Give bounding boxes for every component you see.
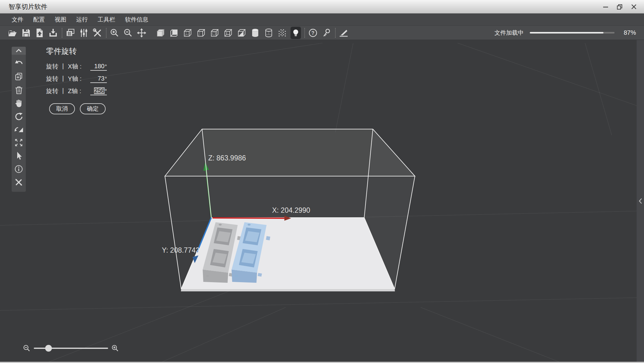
rotate-ccw-icon[interactable]: [13, 110, 25, 122]
confirm-button[interactable]: 确定: [80, 103, 106, 114]
degree-sign: °: [105, 76, 107, 82]
view-solid-icon[interactable]: [155, 27, 166, 39]
delete-icon[interactable]: [13, 84, 25, 96]
close-button[interactable]: [627, 0, 641, 14]
cylinder-solid-icon[interactable]: [250, 27, 260, 39]
zoom-slider-track[interactable]: [34, 348, 108, 349]
view-backface-icon[interactable]: [169, 27, 179, 39]
view-open-box-icon[interactable]: [223, 27, 233, 39]
menu-file[interactable]: 文件: [10, 14, 25, 25]
cancel-button[interactable]: 取消: [49, 103, 75, 114]
window-controls: [599, 0, 641, 14]
menu-view[interactable]: 视图: [53, 14, 68, 25]
light-toggle-icon[interactable]: [291, 27, 301, 39]
parameter-sliders-icon[interactable]: [79, 27, 89, 39]
progress-percent: 87%: [621, 29, 636, 36]
import-model-icon[interactable]: [34, 27, 45, 39]
tools-icon[interactable]: [92, 27, 103, 39]
main-toolbar: ? 文件加载中 87%: [0, 26, 644, 40]
zoom-out-icon[interactable]: [123, 27, 133, 39]
duplicate-icon[interactable]: [13, 70, 25, 83]
zoom-in-icon[interactable]: [109, 27, 120, 39]
view-wireframe-2-icon[interactable]: [196, 27, 206, 39]
repair-tools-icon[interactable]: [13, 176, 25, 188]
save-file-icon[interactable]: [21, 27, 31, 39]
zoom-slider[interactable]: [34, 343, 108, 353]
zoom-out-minus-icon[interactable]: [23, 344, 31, 352]
rotate-x-label: 旋转 丨 X轴 :: [46, 62, 82, 71]
rotate-y-row: 旋转 丨 Y轴 : 73°: [46, 75, 107, 83]
rotate-z-row: 旋转 丨 Z轴 : 256°: [46, 87, 107, 95]
rotate-x-row: 旋转 丨 X轴 : 180°: [46, 62, 107, 71]
build-plate-edge: [181, 289, 395, 291]
progress-label: 文件加载中: [494, 29, 524, 37]
left-tool-strip: [12, 47, 26, 192]
right-panel-toggle[interactable]: [637, 40, 644, 362]
copy-plate-icon[interactable]: [65, 27, 76, 39]
move-icon[interactable]: [136, 27, 147, 39]
menu-about[interactable]: 软件信息: [123, 14, 150, 25]
y-axis-label: Y: 208.7742: [162, 246, 200, 254]
open-file-icon[interactable]: [7, 27, 18, 39]
view-wireframe-3-icon[interactable]: [209, 27, 220, 39]
view-section-icon[interactable]: [236, 27, 247, 39]
part-rotation-panel: 零件旋转 旋转 丨 X轴 : 180° 旋转 丨 Y轴 : 73° 旋转 丨 Z…: [46, 46, 117, 114]
export-file-icon[interactable]: [48, 27, 58, 39]
panel-buttons: 取消 确定: [49, 103, 117, 114]
degree-sign: °: [105, 88, 107, 94]
undo-icon[interactable]: [13, 57, 25, 69]
rotate-z-input[interactable]: 256°: [90, 87, 107, 95]
menu-toolbar[interactable]: 工具栏: [96, 14, 117, 25]
z-axis-label: Z: 863.9986: [208, 154, 246, 162]
select-cursor-icon[interactable]: [13, 150, 25, 162]
file-loading-progress: 文件加载中 87%: [494, 29, 636, 37]
toolbar-separator: [106, 28, 107, 38]
collapse-up-icon[interactable]: [12, 47, 26, 55]
mirror-icon[interactable]: [13, 123, 25, 136]
chevron-left-icon: [638, 197, 643, 205]
restore-button[interactable]: [613, 0, 627, 14]
x-axis-label: X: 204.2990: [272, 206, 310, 214]
license-key-icon[interactable]: [321, 27, 332, 39]
menu-config[interactable]: 配置: [31, 14, 47, 25]
rotate-z-label: 旋转 丨 Z轴 :: [46, 87, 81, 95]
selected-text: 256: [94, 87, 105, 94]
rotate-y-label: 旋转 丨 Y轴 :: [46, 75, 82, 83]
viewport-zoom-control: [23, 343, 119, 353]
menu-bar: 文件 配置 视图 运行 工具栏 软件信息: [0, 14, 644, 26]
panel-title: 零件旋转: [46, 46, 117, 56]
zoom-in-plus-icon[interactable]: [111, 344, 119, 352]
progress-fill: [530, 32, 603, 34]
app-title: 智享切片软件: [9, 2, 47, 11]
cylinder-wireframe-icon[interactable]: [263, 27, 274, 39]
toolbar-separator: [304, 28, 305, 38]
window-bottom-border: [0, 362, 644, 363]
zoom-slider-thumb[interactable]: [45, 345, 52, 352]
toolbar-separator: [62, 28, 62, 38]
rotate-y-input[interactable]: 73°: [90, 75, 107, 83]
minimize-button[interactable]: [599, 0, 613, 14]
slice-knife-icon[interactable]: [338, 27, 349, 39]
menu-run[interactable]: 运行: [74, 14, 90, 25]
pan-hand-icon[interactable]: [13, 97, 25, 109]
info-icon[interactable]: [13, 163, 25, 175]
progress-bar: [530, 32, 615, 34]
fit-view-icon[interactable]: [13, 136, 25, 149]
point-cloud-icon[interactable]: [277, 27, 287, 39]
rotate-x-input[interactable]: 180°: [90, 63, 107, 71]
degree-sign: °: [105, 64, 107, 69]
svg-text:?: ?: [311, 30, 314, 36]
toolbar-separator: [335, 28, 336, 38]
title-bar: 智享切片软件: [0, 0, 644, 14]
view-wireframe-1-icon[interactable]: [182, 27, 193, 39]
help-icon[interactable]: ?: [308, 27, 318, 39]
